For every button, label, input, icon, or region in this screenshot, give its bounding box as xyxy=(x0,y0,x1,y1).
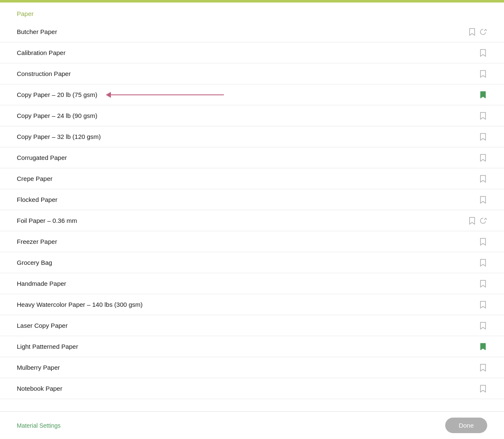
item-name: Foil Paper – 0.36 mm xyxy=(17,217,77,224)
bookmark-icon[interactable] xyxy=(479,321,487,330)
list-item[interactable]: Freezer Paper xyxy=(0,231,504,252)
item-name: Handmade Paper xyxy=(17,280,66,287)
item-actions xyxy=(479,91,487,99)
arrow-annotation xyxy=(106,92,479,98)
item-actions xyxy=(479,133,487,141)
bookmark-icon[interactable] xyxy=(479,154,487,162)
main-container: Paper Butcher Paper Calibration Paper Co… xyxy=(0,3,504,411)
item-name: Butcher Paper xyxy=(17,28,57,35)
item-name: Corrugated Paper xyxy=(17,154,67,161)
refresh-icon[interactable] xyxy=(479,217,487,225)
bookmark-icon[interactable] xyxy=(479,196,487,204)
bookmark-icon[interactable] xyxy=(479,342,487,351)
bookmark-icon[interactable] xyxy=(479,301,487,309)
bookmark-icon[interactable] xyxy=(479,175,487,183)
list-item[interactable]: Heavy Watercolor Paper – 140 lbs (300 gs… xyxy=(0,294,504,315)
item-list: Butcher Paper Calibration Paper Construc… xyxy=(0,21,504,411)
list-item[interactable]: Copy Paper – 32 lb (120 gsm) xyxy=(0,126,504,147)
item-actions xyxy=(468,217,487,225)
list-item[interactable]: Grocery Bag xyxy=(0,252,504,273)
item-name: Freezer Paper xyxy=(17,238,57,245)
item-actions xyxy=(479,321,487,330)
item-actions xyxy=(479,280,487,288)
bookmark-icon[interactable] xyxy=(479,280,487,288)
footer: Material Settings Done xyxy=(0,411,504,439)
list-item[interactable]: Copy Paper – 24 lb (90 gsm) xyxy=(0,105,504,126)
list-item[interactable]: Calibration Paper xyxy=(0,42,504,63)
list-item[interactable]: Copy Paper – 20 lb (75 gsm) xyxy=(0,84,504,105)
item-actions xyxy=(479,49,487,57)
item-actions xyxy=(479,112,487,120)
list-item[interactable]: Butcher Paper xyxy=(0,21,504,42)
item-actions xyxy=(479,363,487,372)
item-name: Copy Paper – 32 lb (120 gsm) xyxy=(17,133,101,140)
item-actions xyxy=(479,154,487,162)
item-actions xyxy=(468,28,487,36)
list-item[interactable]: Construction Paper xyxy=(0,63,504,84)
list-item[interactable]: Foil Paper – 0.36 mm xyxy=(0,210,504,231)
item-name: Heavy Watercolor Paper – 140 lbs (300 gs… xyxy=(17,301,143,308)
item-name: Construction Paper xyxy=(17,70,71,77)
item-actions xyxy=(479,70,487,78)
item-name: Notebook Paper xyxy=(17,385,62,392)
list-item[interactable]: Light Patterned Paper xyxy=(0,336,504,357)
item-name: Grocery Bag xyxy=(17,259,52,266)
list-item[interactable]: Laser Copy Paper xyxy=(0,315,504,336)
item-name: Light Patterned Paper xyxy=(17,343,78,350)
bookmark-icon[interactable] xyxy=(479,112,487,120)
bookmark-icon[interactable] xyxy=(479,91,487,99)
section-header: Paper xyxy=(0,3,504,21)
item-actions xyxy=(479,342,487,351)
list-item[interactable]: Handmade Paper xyxy=(0,273,504,294)
item-name: Calibration Paper xyxy=(17,49,66,56)
refresh-icon[interactable] xyxy=(479,28,487,36)
bookmark-icon[interactable] xyxy=(468,28,476,36)
list-item[interactable]: Crepe Paper xyxy=(0,168,504,189)
item-name: Laser Copy Paper xyxy=(17,322,68,329)
item-actions xyxy=(479,196,487,204)
bookmark-icon[interactable] xyxy=(479,384,487,393)
list-item[interactable]: Flocked Paper xyxy=(0,189,504,210)
bookmark-icon[interactable] xyxy=(468,217,476,225)
bookmark-icon[interactable] xyxy=(479,49,487,57)
bookmark-icon[interactable] xyxy=(479,238,487,246)
item-actions xyxy=(479,259,487,267)
done-button[interactable]: Done xyxy=(445,418,487,433)
bookmark-icon[interactable] xyxy=(479,133,487,141)
section-label: Paper xyxy=(17,10,34,17)
material-settings-link[interactable]: Material Settings xyxy=(17,422,60,429)
item-actions xyxy=(479,301,487,309)
item-name: Crepe Paper xyxy=(17,175,52,182)
bookmark-icon[interactable] xyxy=(479,363,487,372)
item-actions xyxy=(479,175,487,183)
item-actions xyxy=(479,384,487,393)
arrow-line xyxy=(110,94,224,95)
bookmark-icon[interactable] xyxy=(479,259,487,267)
item-actions xyxy=(479,238,487,246)
item-name: Mulberry Paper xyxy=(17,364,60,371)
item-name: Copy Paper – 20 lb (75 gsm) xyxy=(17,91,97,98)
item-name: Copy Paper – 24 lb (90 gsm) xyxy=(17,112,97,119)
list-item[interactable]: Corrugated Paper xyxy=(0,147,504,168)
list-item[interactable]: Mulberry Paper xyxy=(0,357,504,378)
list-item[interactable]: Notebook Paper xyxy=(0,378,504,399)
item-name: Flocked Paper xyxy=(17,196,58,203)
bookmark-icon[interactable] xyxy=(479,70,487,78)
